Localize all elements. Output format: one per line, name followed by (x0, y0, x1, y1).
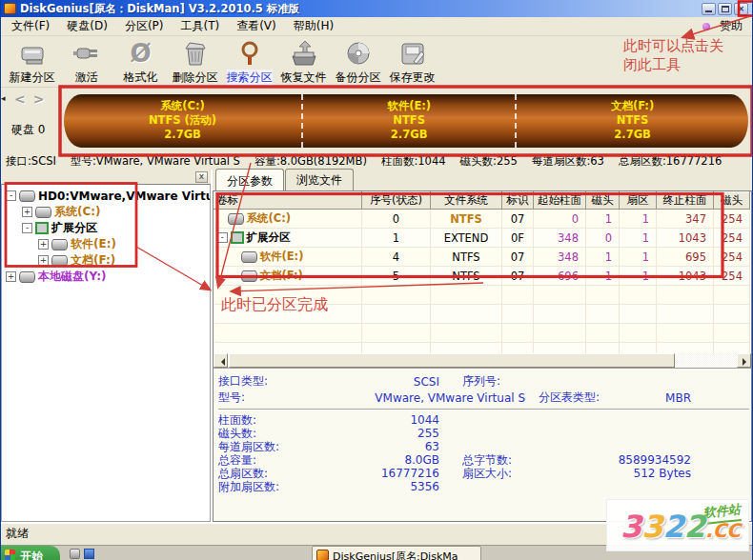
panel-close-button[interactable]: x (195, 171, 208, 183)
format-button[interactable]: Ø 格式化 (113, 38, 168, 86)
extended-partition-icon (231, 231, 244, 244)
tree-item-extended[interactable]: - 扩展分区 (2, 220, 210, 236)
tab-partition-params[interactable]: 分区参数 (215, 169, 284, 191)
col-volume-label[interactable]: 卷标 (214, 192, 362, 210)
col-seq-status[interactable]: 序号(状态) (362, 192, 431, 210)
col-start-head[interactable]: 磁头 (586, 192, 620, 210)
partition-icon (51, 255, 68, 267)
disk-info-line: 接口:SCSI 型号:VMware, VMware Virtual S 容量:8… (1, 154, 752, 170)
collapse-toggle[interactable]: - (22, 223, 32, 233)
window-title: DiskGenius[原名：DiskMan] V3.2.2010.5 标准版 (20, 2, 702, 16)
table-row-empty (214, 305, 750, 324)
table-row-extended[interactable]: -扩展分区 1 EXTEND 0F 348 0 1 1043 254 (214, 229, 750, 248)
partition-segment-e[interactable]: 软件(E:) NTFS 2.7GB (301, 94, 515, 148)
new-partition-button[interactable]: 新建分区 (5, 38, 59, 86)
new-partition-icon (16, 38, 49, 69)
tool-label: 激活 (75, 70, 98, 86)
prev-disk-arrow[interactable]: < (14, 92, 26, 106)
partition-icon (228, 213, 244, 225)
col-end-cyl[interactable]: 终止柱面 (657, 192, 714, 210)
quick-launch-icon[interactable] (70, 549, 80, 559)
disk-overview-panel: ◂ < > 硬盘 0 系统(C:) NTFS (活动) 2.7GB 软件(E:)… (1, 88, 752, 154)
trash-icon (179, 38, 212, 69)
windows-logo-icon (5, 550, 15, 560)
tree-item-local-disk-y[interactable]: + 本地磁盘(Y:) (2, 269, 210, 285)
table-row-system-c[interactable]: 系统(C:) 0 NTFS 07 0 1 1 347 254 (214, 210, 750, 229)
table-row-software-e[interactable]: 软件(E:) 4 NTFS 07 348 1 1 695 254 (214, 248, 750, 267)
disk-label: 硬盘 0 (11, 122, 45, 138)
magnifier-icon (234, 38, 266, 69)
maximize-icon (722, 6, 729, 12)
collapse-toggle[interactable]: - (217, 232, 228, 243)
toolbar: 新建分区 激活 Ø 格式化 删除分区 搜索分区 (1, 36, 752, 88)
tool-label: 新建分区 (10, 70, 55, 86)
scroll-left-arrow[interactable] (214, 353, 228, 368)
col-filesystem[interactable]: 文件系统 (431, 192, 502, 210)
menu-bar: 文件(F) 硬盘(D) 分区(P) 工具(T) 查看(V) 帮助(H) 赞助 (1, 17, 752, 36)
disk-bar: 系统(C:) NTFS (活动) 2.7GB 软件(E:) NTFS 2.7GB… (64, 94, 748, 148)
recover-files-button[interactable]: 恢复文件 (276, 38, 331, 86)
app-icon (4, 3, 16, 14)
menu-tools[interactable]: 工具(T) (172, 16, 228, 36)
expand-toggle[interactable]: + (6, 271, 16, 282)
tree-item-hd0[interactable]: - HD0:VMware,VMware Virtual (2, 188, 210, 204)
delete-partition-button[interactable]: 删除分区 (168, 38, 222, 86)
collapse-toggle[interactable]: - (6, 190, 16, 201)
taskbar-task-button[interactable]: DiskGenius[原名:DiskMa (312, 546, 481, 560)
status-text: 就绪 (6, 526, 29, 542)
quick-launch-icon[interactable] (84, 549, 94, 559)
partition-icon (241, 251, 257, 263)
minimize-button[interactable] (702, 3, 716, 15)
backup-partition-button[interactable]: 备份分区 (331, 38, 385, 86)
partition-segment-c[interactable]: 系统(C:) NTFS (活动) 2.7GB (64, 94, 301, 148)
tool-label: 备份分区 (336, 70, 381, 86)
recover-box-icon (288, 38, 320, 69)
close-button[interactable]: × (734, 3, 748, 15)
harddisk-icon (19, 190, 35, 202)
col-start-cyl[interactable]: 起始柱面 (534, 192, 586, 210)
col-start-sector[interactable]: 扇区 (620, 192, 657, 210)
scroll-right-arrow[interactable] (737, 353, 751, 368)
expand-toggle[interactable]: + (38, 239, 49, 250)
expand-toggle[interactable]: + (38, 255, 49, 266)
partition-icon (51, 239, 68, 250)
app-icon (316, 550, 329, 560)
horizontal-scrollbar[interactable] (214, 353, 751, 368)
site-watermark: 软件站 3322.CC (606, 499, 749, 551)
menu-view[interactable]: 查看(V) (228, 16, 285, 36)
table-row-empty (214, 286, 750, 305)
partition-table: 卷标 序号(状态) 文件系统 标识 起始柱面 磁头 扇区 终止柱面 磁头 系统(… (213, 190, 752, 368)
menu-help[interactable]: 帮助(H) (285, 16, 342, 36)
tool-label: 恢复文件 (281, 70, 327, 86)
tree-item-docs-f[interactable]: + 文档(F:) (2, 252, 210, 269)
tool-label: 删除分区 (173, 70, 218, 86)
activate-button[interactable]: 激活 (59, 38, 113, 86)
table-row-docs-f[interactable]: 文档(F:) 5 NTFS 07 696 1 1 1043 254 (214, 267, 750, 286)
harddisk-icon (19, 271, 35, 283)
col-end-head[interactable]: 磁头 (714, 192, 750, 210)
diskgenius-window: DiskGenius[原名：DiskMan] V3.2.2010.5 标准版 ×… (0, 0, 753, 560)
tree-item-software-e[interactable]: + 软件(E:) (2, 236, 210, 252)
search-partition-button[interactable]: 搜索分区 (222, 38, 276, 86)
format-icon: Ø (125, 38, 157, 69)
save-icon (397, 38, 429, 69)
watermark-logo: 3322.CC (621, 511, 741, 546)
partition-segment-f[interactable]: 文档(F:) NTFS 2.7GB (515, 94, 748, 148)
title-bar: DiskGenius[原名：DiskMan] V3.2.2010.5 标准版 × (1, 0, 752, 17)
menu-file[interactable]: 文件(F) (3, 16, 58, 36)
tab-browse-files[interactable]: 浏览文件 (285, 169, 354, 190)
menu-sponsor[interactable]: 赞助 (714, 16, 748, 36)
next-disk-arrow[interactable]: > (33, 92, 45, 106)
scrollbar-thumb[interactable] (229, 353, 675, 368)
menu-disk[interactable]: 硬盘(D) (58, 16, 116, 36)
menu-partition[interactable]: 分区(P) (116, 16, 173, 36)
col-tag[interactable]: 标识 (502, 192, 534, 210)
save-changes-button[interactable]: 保存更改 (385, 38, 439, 86)
tree-item-system-c[interactable]: + 系统(C:) (2, 204, 210, 220)
tool-label: 格式化 (124, 70, 158, 86)
expand-toggle[interactable]: + (22, 207, 32, 217)
collapse-handle-icon[interactable]: ◂ (1, 93, 6, 103)
maximize-button[interactable] (718, 3, 732, 15)
activate-plug-icon (71, 38, 103, 69)
start-button[interactable]: 开始 (1, 546, 60, 560)
